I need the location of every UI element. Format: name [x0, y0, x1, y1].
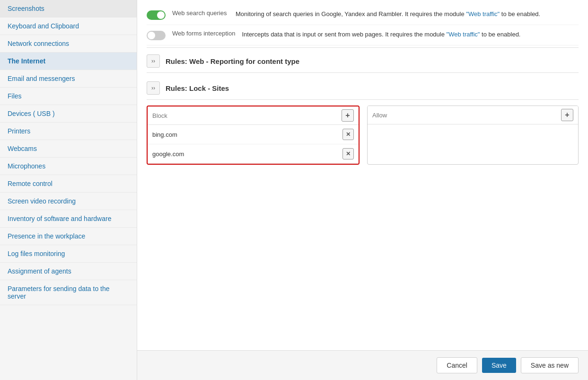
sidebar-item-keyboard-clipboard[interactable]: Keyboard and Clipboard — [0, 18, 137, 35]
toggle-web-search[interactable] — [147, 10, 166, 20]
cancel-button[interactable]: Cancel — [437, 357, 477, 373]
block-add-button[interactable]: + — [342, 109, 354, 122]
toggle-desc-web-forms: Intercepts data that is input or sent fr… — [242, 30, 520, 39]
toggle-row-web-search: Web search queriesMonitoring of search q… — [147, 5, 579, 25]
section-title-lock-sites: Rules: Lock - Sites — [166, 84, 229, 92]
sidebar-item-params-server[interactable]: Parameters for sending data to the serve… — [0, 280, 137, 305]
sidebar-item-webcams[interactable]: Webcams — [0, 140, 137, 158]
sidebar: ScreenshotsKeyboard and ClipboardNetwork… — [0, 0, 137, 380]
sidebar-item-printers[interactable]: Printers — [0, 123, 137, 140]
toggle-web-forms[interactable] — [147, 31, 166, 40]
main-content: Web search queriesMonitoring of search q… — [137, 0, 588, 380]
sidebar-item-screen-video[interactable]: Screen video recording — [0, 193, 137, 210]
sidebar-item-remote-control[interactable]: Remote control — [0, 175, 137, 193]
toggle-label-web-forms: Web forms interception — [172, 30, 235, 37]
block-item-remove-button[interactable]: ✕ — [342, 148, 354, 159]
block-input[interactable] — [152, 112, 342, 119]
footer-bar: Cancel Save Save as new — [137, 350, 588, 380]
allow-input[interactable] — [372, 112, 561, 119]
allow-box: + — [367, 106, 579, 165]
block-box: +bing.com✕google.com✕ — [147, 106, 360, 165]
sidebar-item-files[interactable]: Files — [0, 88, 137, 105]
sidebar-item-devices-usb[interactable]: Devices ( USB ) — [0, 105, 137, 123]
sidebar-item-email-messengers[interactable]: Email and messengers — [0, 70, 137, 88]
sidebar-item-the-internet[interactable]: The Internet — [0, 53, 137, 70]
block-item: google.com✕ — [148, 144, 359, 164]
block-box-header: + — [148, 106, 359, 125]
allow-add-button[interactable]: + — [561, 109, 573, 121]
allow-box-header: + — [368, 106, 578, 124]
section-header-lock-sites[interactable]: ››Rules: Lock - Sites — [147, 77, 579, 100]
chevron-icon-lock-sites[interactable]: ›› — [147, 81, 160, 95]
block-item: bing.com✕ — [148, 125, 359, 144]
block-item-text: google.com — [152, 150, 342, 158]
sidebar-item-assignment-agents[interactable]: Assignment of agents — [0, 263, 137, 280]
toggle-label-web-search: Web search queries — [172, 9, 229, 17]
sidebar-item-log-files[interactable]: Log files monitoring — [0, 245, 137, 263]
toggle-wrapper-web-forms — [147, 31, 166, 40]
toggle-wrapper-web-search — [147, 10, 166, 20]
toggle-desc-web-search: Monitoring of search queries in Google, … — [236, 9, 540, 19]
sidebar-item-microphones[interactable]: Microphones — [0, 158, 137, 175]
save-button[interactable]: Save — [482, 358, 516, 373]
sidebar-item-network-connections[interactable]: Network connections — [0, 35, 137, 53]
rules-lock-sites-container: +bing.com✕google.com✕+ — [147, 106, 579, 165]
section-header-reporting-content[interactable]: ››Rules: Web - Reporting for content typ… — [147, 50, 579, 73]
save-as-new-button[interactable]: Save as new — [521, 357, 579, 373]
sidebar-item-inventory[interactable]: Inventory of software and hardware — [0, 210, 137, 228]
sidebar-item-presence[interactable]: Presence in the workplace — [0, 228, 137, 245]
section-title-reporting-content: Rules: Web - Reporting for content type — [166, 57, 299, 65]
sidebar-item-screenshots[interactable]: Screenshots — [0, 0, 137, 18]
block-item-remove-button[interactable]: ✕ — [342, 129, 354, 140]
toggle-row-web-forms: Web forms interceptionIntercepts data th… — [147, 25, 579, 45]
chevron-icon-reporting-content[interactable]: ›› — [147, 54, 160, 68]
block-item-text: bing.com — [152, 131, 342, 138]
